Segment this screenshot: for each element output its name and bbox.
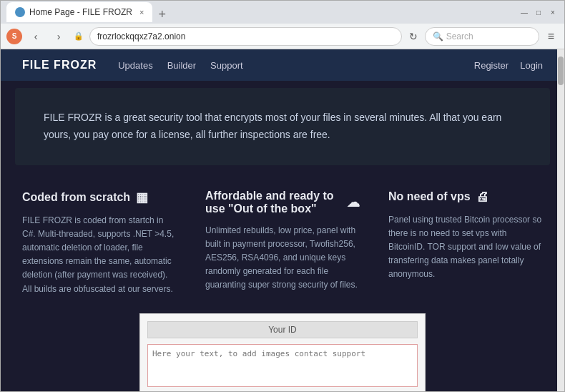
tab-favicon <box>15 7 25 17</box>
nav-register[interactable]: Register <box>474 60 508 71</box>
menu-button[interactable]: ≡ <box>544 30 559 43</box>
browser-window: Home Page - FILE FROZR × + — □ × S ‹ › 🔒… <box>0 0 565 392</box>
feature-coded-text: FILE FROZR is coded from startch in C#. … <box>22 214 177 296</box>
browser-logo-icon: S <box>6 29 22 44</box>
form-section: Your ID <box>1 313 564 391</box>
search-placeholder: Search <box>446 31 473 41</box>
form-textarea[interactable] <box>147 344 418 387</box>
feature-coded: Coded from scratch ▦ FILE FROZR is coded… <box>15 190 184 296</box>
nav-updates[interactable]: Updates <box>118 60 152 71</box>
scrollbar[interactable] <box>557 49 564 391</box>
new-tab-button[interactable]: + <box>152 7 172 22</box>
hero-section: FILE FROZR is a great security tool that… <box>15 88 550 165</box>
title-bar: Home Page - FILE FROZR × + — □ × <box>1 1 564 24</box>
refresh-button[interactable]: ↻ <box>406 31 421 42</box>
feature-affordable-label: Affordable and ready to use "Out of the … <box>205 190 341 215</box>
scrollbar-thumb[interactable] <box>558 57 564 85</box>
hero-text: FILE FROZR is a great security tool that… <box>44 109 521 144</box>
feature-novps-title: No need of vps 🖨 <box>388 190 543 205</box>
url-bar[interactable]: frozrlockqqxz7a2.onion <box>89 27 402 46</box>
feature-affordable-text: Unlimited rebuilds, low price, panel wit… <box>205 224 360 293</box>
window-controls: — □ × <box>519 6 559 18</box>
forward-button[interactable]: › <box>49 27 68 46</box>
tab-title: Home Page - FILE FROZR <box>29 7 132 17</box>
feature-coded-label: Coded from scratch <box>22 191 130 204</box>
nav-builder[interactable]: Builder <box>167 60 196 71</box>
page-wrapper: FILE FROZR Updates Builder Support Regis… <box>1 49 564 391</box>
nav-support[interactable]: Support <box>210 60 243 71</box>
address-bar: S ‹ › 🔒 frozrlockqqxz7a2.onion ↻ 🔍 Searc… <box>1 24 564 49</box>
feature-affordable-title: Affordable and ready to use "Out of the … <box>205 190 360 215</box>
nav-links: Updates Builder Support <box>118 60 453 71</box>
site-logo: FILE FROZR <box>22 59 97 72</box>
security-icon: 🔒 <box>72 30 85 43</box>
tab-close-button[interactable]: × <box>139 8 144 16</box>
search-icon: 🔍 <box>433 31 443 41</box>
qr-icon: ▦ <box>136 190 148 205</box>
close-button[interactable]: × <box>547 6 559 18</box>
site-nav: FILE FROZR Updates Builder Support Regis… <box>1 49 564 81</box>
form-title: Your ID <box>147 321 418 338</box>
feature-novps-label: No need of vps <box>388 190 471 203</box>
maximize-button[interactable]: □ <box>533 6 544 18</box>
form-box: Your ID <box>139 313 426 391</box>
feature-coded-title: Coded from scratch ▦ <box>22 190 177 205</box>
url-text: frozrlockqqxz7a2.onion <box>97 31 185 41</box>
active-tab[interactable]: Home Page - FILE FROZR × <box>6 2 152 22</box>
feature-novps-text: Panel using trusted Bitcoin processor so… <box>388 213 543 282</box>
tab-area: Home Page - FILE FROZR × + <box>6 2 516 22</box>
feature-affordable: Affordable and ready to use "Out of the … <box>198 190 367 296</box>
feature-novps: No need of vps 🖨 Panel using trusted Bit… <box>381 190 550 296</box>
back-button[interactable]: ‹ <box>26 27 45 46</box>
features-section: Coded from scratch ▦ FILE FROZR is coded… <box>1 172 564 313</box>
nav-right: Register Login <box>474 60 543 71</box>
page-content: FILE FROZR Updates Builder Support Regis… <box>1 49 564 391</box>
cloud-icon: ☁ <box>347 195 360 210</box>
printer-icon: 🖨 <box>476 190 489 205</box>
nav-login[interactable]: Login <box>520 60 543 71</box>
minimize-button[interactable]: — <box>519 6 530 18</box>
search-bar[interactable]: 🔍 Search <box>425 27 539 46</box>
